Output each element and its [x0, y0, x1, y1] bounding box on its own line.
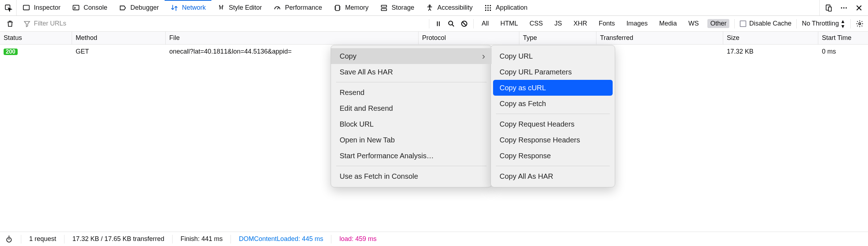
svg-point-12 [490, 7, 491, 9]
svg-point-18 [841, 7, 842, 9]
block-icon[interactable] [460, 20, 468, 28]
filter-images[interactable]: Images [623, 19, 650, 28]
svg-rect-1 [23, 5, 30, 10]
tab-bar-spacer [533, 0, 819, 15]
tab-label: Console [84, 4, 107, 12]
disable-cache-label: Disable Cache [749, 20, 791, 27]
context-menu-area: Copy Save All As HAR Resend Edit and Res… [331, 45, 615, 58]
filter-xhr[interactable]: XHR [571, 19, 590, 28]
console-icon [72, 4, 80, 12]
cell-transferred: KB [596, 48, 723, 55]
filter-other[interactable]: Other [707, 19, 729, 28]
col-size[interactable]: Size [723, 32, 818, 44]
accessibility-icon [426, 4, 434, 12]
copy-url[interactable]: Copy URL [491, 48, 615, 58]
svg-point-13 [485, 9, 487, 11]
pause-icon[interactable] [434, 20, 442, 28]
updown-icon: ▲▼ [840, 19, 845, 29]
tab-console[interactable]: Console [66, 0, 113, 15]
close-icon[interactable] [855, 4, 863, 12]
cell-size: 17.32 KB [723, 48, 818, 55]
divider [734, 19, 735, 28]
filter-fonts[interactable]: Fonts [596, 19, 618, 28]
svg-point-14 [488, 9, 489, 11]
search-icon[interactable] [447, 20, 455, 28]
requests-table-header: Status Method File Protocol Type Transfe… [0, 32, 868, 45]
divider [473, 19, 474, 28]
settings-gear-icon[interactable] [856, 20, 864, 28]
col-protocol[interactable]: Protocol [419, 32, 519, 44]
filter-html[interactable]: HTML [497, 19, 521, 28]
svg-rect-3 [336, 5, 340, 10]
filter-placeholder: Filter URLs [34, 20, 66, 27]
storage-icon [380, 4, 388, 12]
devtools-tab-bar: Inspector Console Debugger Network Style… [0, 0, 868, 16]
disable-cache-toggle[interactable]: Disable Cache [740, 20, 791, 27]
filter-js[interactable]: JS [551, 19, 565, 28]
responsive-mode-icon[interactable] [825, 4, 833, 12]
svg-point-15 [490, 9, 491, 11]
network-icon [170, 4, 178, 12]
filter-css[interactable]: CSS [527, 19, 546, 28]
tab-accessibility[interactable]: Accessibility [420, 0, 478, 15]
svg-rect-5 [381, 8, 387, 10]
clear-button[interactable] [4, 20, 16, 28]
trash-icon [6, 20, 14, 28]
tab-memory[interactable]: Memory [328, 0, 374, 15]
ctx-copy[interactable]: Copy [331, 48, 492, 58]
svg-rect-2 [73, 5, 79, 10]
tab-bar-right [819, 0, 868, 15]
tab-label: Style Editor [229, 4, 262, 12]
svg-point-21 [449, 21, 453, 25]
copy-submenu: Copy URL Copy URL Parameters Copy as cUR… [491, 45, 615, 58]
divider [850, 19, 851, 28]
type-filters: All HTML CSS JS XHR Fonts Images Media W… [479, 19, 729, 28]
tab-storage[interactable]: Storage [374, 0, 420, 15]
svg-point-19 [843, 7, 845, 9]
tab-performance[interactable]: Performance [268, 0, 328, 15]
svg-point-6 [429, 5, 430, 6]
inspector-pick-icon [4, 4, 12, 12]
tab-style-editor[interactable]: Style Editor [211, 0, 268, 15]
svg-rect-17 [828, 7, 831, 11]
context-menu: Copy Save All As HAR Resend Edit and Res… [331, 45, 492, 58]
tab-label: Network [182, 4, 206, 12]
application-icon [484, 4, 492, 12]
tab-label: Inspector [34, 4, 61, 12]
tab-label: Performance [285, 4, 322, 12]
checkbox-icon [740, 20, 746, 27]
col-type[interactable]: Type [519, 32, 596, 44]
col-start[interactable]: Start Time [818, 32, 868, 44]
style-editor-icon [217, 4, 225, 12]
filter-urls-input[interactable]: Filter URLs [21, 18, 215, 29]
svg-point-11 [488, 7, 489, 9]
tab-application[interactable]: Application [478, 0, 533, 15]
tab-label: Accessibility [437, 4, 473, 12]
col-method[interactable]: Method [72, 32, 166, 44]
status-badge: 200 [4, 49, 18, 55]
throttling-label: No Throttling [802, 20, 839, 27]
network-toolbar: Filter URLs All HTML CSS JS XHR Fonts Im… [0, 16, 868, 32]
tab-network[interactable]: Network [165, 0, 211, 15]
divider [429, 19, 429, 28]
funnel-icon [23, 20, 31, 28]
svg-rect-4 [381, 5, 387, 7]
pick-element-button[interactable] [0, 0, 17, 15]
meatball-menu-icon[interactable] [840, 4, 848, 12]
throttling-select[interactable]: No Throttling ▲▼ [802, 19, 845, 29]
inspector-icon [22, 4, 30, 12]
filter-ws[interactable]: WS [685, 19, 702, 28]
tab-inspector[interactable]: Inspector [17, 0, 66, 15]
tab-debugger[interactable]: Debugger [113, 0, 165, 15]
svg-point-23 [859, 23, 861, 25]
svg-point-8 [488, 5, 489, 6]
filter-all[interactable]: All [479, 19, 492, 28]
col-transferred[interactable]: Transferred [596, 32, 723, 44]
filter-media[interactable]: Media [656, 19, 680, 28]
divider [796, 19, 797, 28]
col-file[interactable]: File [166, 32, 419, 44]
cell-method: GET [72, 48, 166, 55]
memory-icon [334, 4, 341, 12]
col-status[interactable]: Status [0, 32, 72, 44]
tab-label: Debugger [130, 4, 159, 12]
